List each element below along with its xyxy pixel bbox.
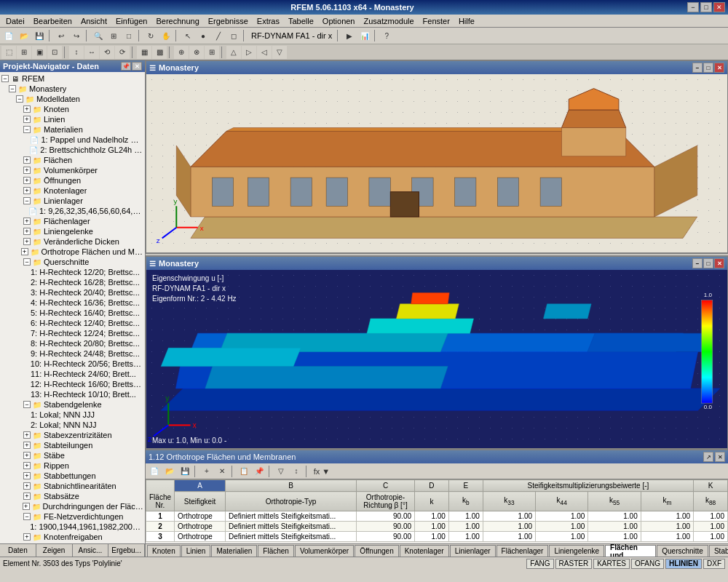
- tree-linienlager[interactable]: − 📁 Linienlager: [0, 196, 145, 206]
- seg1[interactable]: 1: Lokal; NNN JJJ: [0, 410, 145, 420]
- select-btn[interactable]: ↖: [181, 29, 195, 42]
- durch-toggle[interactable]: +: [23, 503, 30, 510]
- zoom-rect-btn[interactable]: □: [122, 29, 136, 42]
- stabteil-toggle[interactable]: +: [23, 442, 31, 449]
- tb2-btn4[interactable]: ⊡: [47, 46, 62, 59]
- tree-mat-1[interactable]: 📄 1: Pappel und Nadelholz C2...: [0, 135, 145, 145]
- tree-querschnitte[interactable]: − 📁 Querschnitte: [0, 257, 145, 267]
- surface-btn[interactable]: ◻: [226, 29, 241, 42]
- close-btn[interactable]: ✕: [713, 2, 725, 12]
- qs2[interactable]: 2: H-Rechteck 16/28; Brettsc...: [0, 277, 145, 287]
- qs1[interactable]: 1: H-Rechteck 12/20; Brettsc...: [0, 267, 145, 277]
- tb2-btn14[interactable]: △: [226, 46, 241, 59]
- tb2-btn9[interactable]: ▦: [137, 46, 151, 59]
- knoten-toggle[interactable]: +: [23, 105, 31, 113]
- materialien-toggle[interactable]: −: [23, 126, 31, 133]
- linien-toggle[interactable]: +: [23, 116, 31, 123]
- status-fang[interactable]: FANG: [526, 559, 553, 569]
- menu-item-tabelle[interactable]: Tabelle: [284, 16, 318, 26]
- tree-rfem-root[interactable]: − 🖥 RFEM: [0, 73, 145, 84]
- tree-stabbett[interactable]: +📁Stabbettungen: [0, 471, 145, 481]
- tb2-btn17[interactable]: ▽: [272, 46, 287, 59]
- row3-typ[interactable]: Definiert mittels Steifigkeitsmati...: [226, 532, 357, 542]
- row3-k[interactable]: 1.00: [415, 532, 449, 542]
- btab-flaechenlager[interactable]: Flächenlager: [496, 545, 549, 557]
- vp1-min[interactable]: −: [692, 63, 703, 73]
- menu-item-hilfe[interactable]: Hilfe: [454, 16, 479, 26]
- tree-stabnl[interactable]: +📁Stabnichtlinearitäten: [0, 481, 145, 491]
- row1-k[interactable]: 1.00: [415, 511, 449, 522]
- sbtab-zeigen[interactable]: Zeigen: [36, 544, 73, 557]
- tb2-btn13[interactable]: ⊞: [205, 46, 219, 59]
- rippen-toggle[interactable]: +: [23, 462, 31, 469]
- qs7[interactable]: 7: H-Rechteck 12/24; Brettsc...: [0, 328, 145, 338]
- row1-km[interactable]: 1.00: [641, 511, 693, 522]
- table-row[interactable]: 3 Orthotrope Definiert mittels Steifigke…: [146, 532, 728, 542]
- tb2-btn12[interactable]: ⊗: [189, 46, 204, 59]
- row3-k44[interactable]: 1.00: [536, 532, 588, 542]
- table-dock-btn[interactable]: ↗: [703, 452, 713, 462]
- tree-materialien[interactable]: − 📁 Materialien: [0, 124, 145, 135]
- vp2-close[interactable]: ✕: [714, 258, 724, 268]
- btab-stabendgelenke[interactable]: Stabendgelenke: [709, 545, 728, 557]
- stabendgelenke-toggle[interactable]: −: [23, 401, 31, 408]
- btab-linien[interactable]: Linien: [181, 545, 211, 557]
- t-paste[interactable]: 📌: [252, 465, 266, 478]
- tb2-btn11[interactable]: ⊕: [174, 46, 189, 59]
- qs9[interactable]: 9: H-Rechteck 24/48; Brettsc...: [0, 348, 145, 359]
- maximize-btn[interactable]: □: [700, 2, 712, 12]
- row1-richt[interactable]: 90.00: [357, 511, 415, 522]
- tree-staebe[interactable]: +📁Stäbe: [0, 450, 145, 461]
- table-row[interactable]: 2 Orthotrope Definiert mittels Steifigke…: [146, 522, 728, 532]
- vp2-canvas[interactable]: Eigenschwingung u [-] RF-DYNAM FA1 - dir…: [146, 270, 727, 448]
- row3-steif[interactable]: Orthotrope: [175, 532, 226, 542]
- status-raster[interactable]: RASTER: [555, 559, 593, 569]
- row3-kb[interactable]: 1.00: [448, 532, 483, 542]
- btab-flaechen[interactable]: Flächen: [258, 545, 294, 557]
- volumen-toggle[interactable]: +: [23, 167, 31, 174]
- status-kartes[interactable]: KARTES: [593, 559, 630, 569]
- btab-linienlager[interactable]: Linienlager: [450, 545, 496, 557]
- row2-kb[interactable]: 1.00: [448, 522, 483, 532]
- tree-volumen[interactable]: + 📁 Volumenkörper: [0, 165, 145, 175]
- row2-typ[interactable]: Definiert mittels Steifigkeitsmati...: [226, 522, 357, 532]
- qs5[interactable]: 5: H-Rechteck 16/40; Brettsc...: [0, 308, 145, 318]
- row2-k55[interactable]: 1.00: [588, 522, 641, 532]
- tree-rippen[interactable]: +📁Rippen: [0, 461, 145, 471]
- tree-knoten[interactable]: + 📁 Knoten: [0, 104, 145, 114]
- tb2-btn5[interactable]: ↕: [69, 46, 84, 59]
- knotenlager-toggle[interactable]: +: [23, 187, 31, 194]
- tree-stabteil[interactable]: +📁Stabteilungen: [0, 440, 145, 450]
- row2-k33[interactable]: 1.00: [483, 522, 535, 532]
- zoom-all-btn[interactable]: ⊞: [106, 29, 121, 42]
- help-btn[interactable]: ?: [379, 29, 394, 42]
- data-table[interactable]: FlächeNr. A B C D E Steifigkeitsmultipli…: [146, 479, 728, 543]
- row3-k33[interactable]: 1.00: [483, 532, 535, 542]
- monastery-toggle[interactable]: −: [9, 85, 16, 92]
- sidebar-pin-btn[interactable]: 📌: [121, 62, 131, 71]
- t-copy[interactable]: 📋: [237, 465, 251, 478]
- linienlager-toggle[interactable]: −: [23, 197, 31, 204]
- open-btn[interactable]: 📂: [17, 29, 31, 42]
- tree-oeffnungen[interactable]: + 📁 Öffnungen: [0, 175, 145, 186]
- node-btn[interactable]: ●: [196, 29, 210, 42]
- line-btn[interactable]: ╱: [211, 29, 226, 42]
- t-new[interactable]: 📄: [147, 465, 162, 478]
- qs12[interactable]: 12: H-Rechteck 16/60; Brettsc...: [0, 379, 145, 389]
- tb2-btn1[interactable]: ⬚: [1, 46, 16, 59]
- row3-richt[interactable]: 90.00: [357, 532, 415, 542]
- tree-knofrei[interactable]: +📁Knotenfreigaben: [0, 532, 145, 542]
- btab-oeffnungen[interactable]: Öffnungen: [355, 545, 399, 557]
- btab-knoten[interactable]: Knoten: [147, 545, 181, 557]
- qs13[interactable]: 13: H-Rechteck 10/10; Brett...: [0, 389, 145, 399]
- tree-mat-2[interactable]: 📄 2: Brettschichtholz GL24h | U...: [0, 145, 145, 155]
- status-ofang[interactable]: OFANG: [631, 559, 664, 569]
- tb2-btn6[interactable]: ↔: [84, 46, 99, 59]
- tree-orthotrope[interactable]: + 📁 Orthotrope Flächen und Memb...: [0, 247, 145, 257]
- new-btn[interactable]: 📄: [1, 29, 16, 42]
- tree-monastery[interactable]: − 📁 Monastery: [0, 84, 145, 94]
- rotate-btn[interactable]: ↻: [143, 29, 158, 42]
- modelldaten-toggle[interactable]: −: [16, 95, 23, 103]
- knofrei-toggle[interactable]: +: [23, 533, 31, 541]
- menu-item-bearbeiten[interactable]: Bearbeiten: [29, 16, 76, 26]
